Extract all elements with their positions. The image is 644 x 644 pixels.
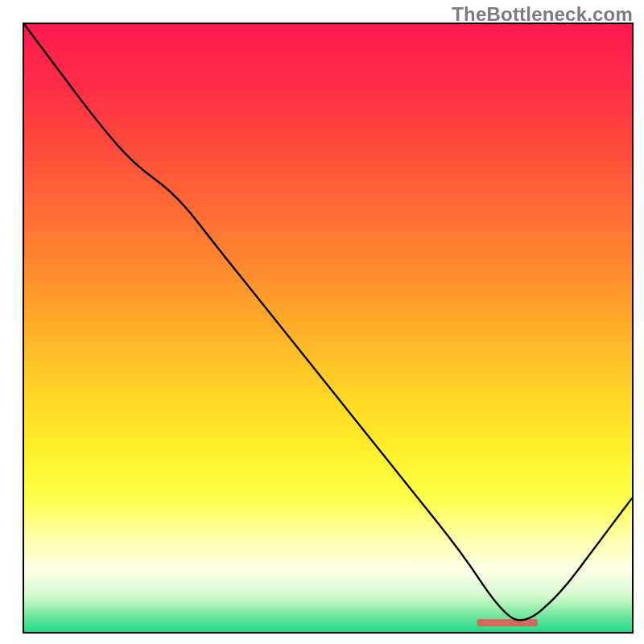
chart-svg <box>24 24 632 632</box>
chart-frame: TheBottleneck.com <box>0 0 644 644</box>
gradient-backdrop <box>24 24 632 632</box>
watermark-text: TheBottleneck.com <box>452 3 633 26</box>
optimal-marker <box>477 619 539 626</box>
plot-area <box>24 24 632 632</box>
